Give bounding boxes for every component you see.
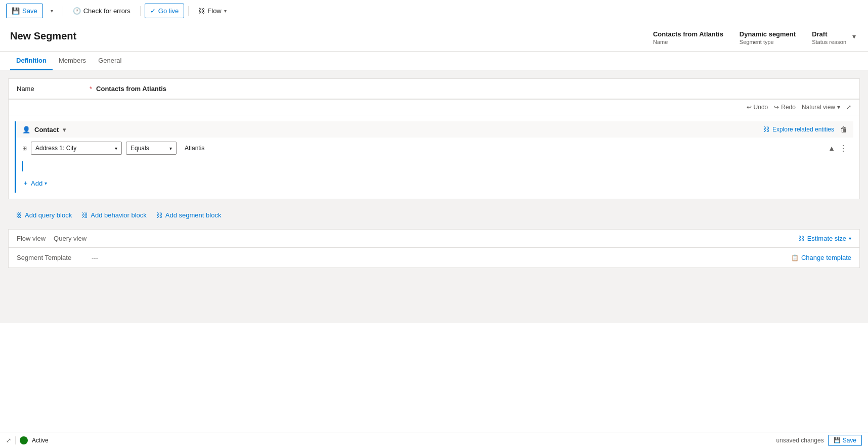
- add-behavior-block-button[interactable]: ⛓ Add behavior block: [82, 211, 147, 219]
- meta-status-reason-value: Draft: [812, 30, 846, 38]
- toolbar-divider-3: [188, 6, 189, 16]
- contact-dropdown-button[interactable]: ▾: [63, 126, 66, 133]
- status-save-icon: 💾: [834, 437, 841, 443]
- template-value: ---: [92, 254, 791, 261]
- template-row: Segment Template --- 📋 Change template: [9, 248, 859, 267]
- explore-related-button[interactable]: ⛓ Explore related entities: [764, 126, 834, 133]
- main-content: New Segment Contacts from Atlantis Name …: [0, 22, 868, 432]
- flow-button[interactable]: ⛓ Flow ▾: [193, 4, 232, 18]
- status-bar-left: ⤢ Active: [6, 436, 49, 444]
- save-label: Save: [22, 7, 37, 15]
- add-label: Add: [31, 180, 42, 187]
- add-condition-button[interactable]: ＋ Add ▾: [16, 175, 53, 191]
- estimate-chevron-icon: ▾: [849, 236, 851, 241]
- query-block-icon: ⛓: [16, 212, 22, 219]
- meta-segment-type-value: Dynamic segment: [740, 30, 796, 38]
- operator-selector[interactable]: Equals ▾: [126, 142, 177, 155]
- check-errors-button[interactable]: 🕐 Check for errors: [67, 4, 136, 18]
- status-divider: [15, 436, 16, 444]
- template-label: Segment Template: [17, 254, 88, 261]
- change-template-label: Change template: [801, 254, 851, 261]
- delete-icon: 🗑: [840, 125, 847, 133]
- page-header: New Segment Contacts from Atlantis Name …: [0, 22, 868, 52]
- query-view-label: Query view: [54, 235, 86, 242]
- go-live-icon: ✓: [150, 7, 156, 15]
- operator-chevron-icon: ▾: [169, 146, 172, 151]
- status-bar: ⤢ Active unsaved changes 💾 Save: [0, 432, 868, 448]
- header-meta: Contacts from Atlantis Name Dynamic segm…: [653, 30, 846, 51]
- estimate-icon: ⛓: [799, 235, 805, 242]
- add-icon: ＋: [22, 178, 29, 188]
- save-icon: 💾: [12, 7, 20, 15]
- name-field-label: Name: [17, 85, 88, 93]
- add-query-label: Add query block: [25, 211, 72, 219]
- undo-button[interactable]: ↩ Undo: [747, 104, 768, 111]
- change-template-icon: 📋: [791, 254, 799, 261]
- contact-header: 👤 Contact ▾ ⛓ Explore related entities 🗑: [16, 121, 853, 138]
- card-toolbar: ↩ Undo ↪ Redo Natural view ▾ ⤢: [9, 100, 859, 115]
- add-button-row: ＋ Add ▾: [16, 173, 853, 193]
- change-template-button[interactable]: 📋 Change template: [791, 254, 851, 261]
- contact-entity-icon: 👤: [22, 126, 30, 133]
- add-segment-block-button[interactable]: ⛓ Add segment block: [157, 211, 222, 219]
- flow-view-label: Flow view: [17, 235, 46, 242]
- flow-view-button[interactable]: Flow view: [17, 235, 46, 242]
- contact-block: 👤 Contact ▾ ⛓ Explore related entities 🗑: [15, 121, 853, 193]
- expand-status-icon[interactable]: ⤢: [6, 437, 11, 444]
- content-area: Name * Contacts from Atlantis ↩ Undo ↪ R…: [0, 70, 868, 323]
- contact-entity-label: Contact: [34, 126, 59, 133]
- delete-contact-block-button[interactable]: 🗑: [840, 125, 847, 133]
- segment-card: ↩ Undo ↪ Redo Natural view ▾ ⤢: [8, 99, 860, 199]
- meta-name-label: Name: [653, 39, 723, 45]
- meta-status-reason: Draft Status reason: [812, 30, 846, 45]
- flow-icon: ⛓: [198, 7, 205, 15]
- block-actions: ⛓ Add query block ⛓ Add behavior block ⛓…: [8, 205, 860, 225]
- query-view-button[interactable]: Query view: [54, 235, 86, 242]
- tab-members[interactable]: Members: [53, 52, 92, 70]
- behavior-block-icon: ⛓: [82, 212, 88, 219]
- clock-icon: 🕐: [73, 7, 81, 15]
- tab-definition[interactable]: Definition: [10, 52, 53, 70]
- toolbar-divider-1: [63, 6, 63, 16]
- add-behavior-label: Add behavior block: [91, 211, 147, 219]
- field-chevron-icon: ▾: [115, 146, 117, 151]
- save-dropdown-button[interactable]: ▾: [45, 5, 59, 17]
- operator-label: Equals: [131, 145, 149, 152]
- text-cursor: [22, 161, 23, 171]
- redo-icon: ↪: [774, 104, 779, 111]
- meta-segment-type: Dynamic segment Segment type: [740, 30, 796, 45]
- explore-icon: ⛓: [764, 126, 770, 133]
- status-bar-right: unsaved changes 💾 Save: [776, 435, 862, 446]
- required-star: *: [90, 85, 92, 93]
- tab-general[interactable]: General: [92, 52, 127, 70]
- field-label: Address 1: City: [35, 145, 76, 152]
- view-chevron-icon: ▾: [837, 104, 840, 111]
- condition-menu-button[interactable]: ⋮: [839, 144, 847, 153]
- meta-status-reason-label: Status reason: [812, 39, 846, 45]
- view-selector-button[interactable]: Natural view ▾: [802, 104, 840, 111]
- undo-label: Undo: [754, 104, 768, 111]
- view-label: Natural view: [802, 104, 835, 111]
- cursor-area: [16, 159, 853, 173]
- field-icon: ⊞: [22, 145, 27, 152]
- redo-label: Redo: [781, 104, 796, 111]
- save-button[interactable]: 💾 Save: [6, 4, 43, 18]
- expand-view-button[interactable]: ⤢: [846, 104, 851, 111]
- contact-title: 👤 Contact ▾: [22, 126, 66, 133]
- add-query-block-button[interactable]: ⛓ Add query block: [16, 211, 72, 219]
- add-chevron-icon: ▾: [45, 181, 47, 186]
- estimate-size-button[interactable]: ⛓ Estimate size ▾: [799, 235, 851, 242]
- explore-label: Explore related entities: [772, 126, 834, 133]
- expand-icon: ⤢: [846, 104, 851, 111]
- estimate-size-label: Estimate size: [807, 235, 846, 242]
- condition-value: Atlantis: [181, 142, 824, 154]
- condition-collapse-button[interactable]: ▲: [828, 144, 835, 152]
- header-collapse-button[interactable]: ▾: [850, 30, 858, 42]
- field-selector[interactable]: Address 1: City ▾: [31, 142, 122, 155]
- redo-button[interactable]: ↪ Redo: [774, 104, 796, 111]
- meta-segment-type-label: Segment type: [740, 39, 796, 45]
- status-save-button[interactable]: 💾 Save: [828, 435, 862, 446]
- go-live-button[interactable]: ✓ Go live: [145, 4, 184, 18]
- bottom-toolbar: Flow view Query view ⛓ Estimate size ▾: [9, 230, 859, 248]
- active-label: Active: [32, 437, 49, 444]
